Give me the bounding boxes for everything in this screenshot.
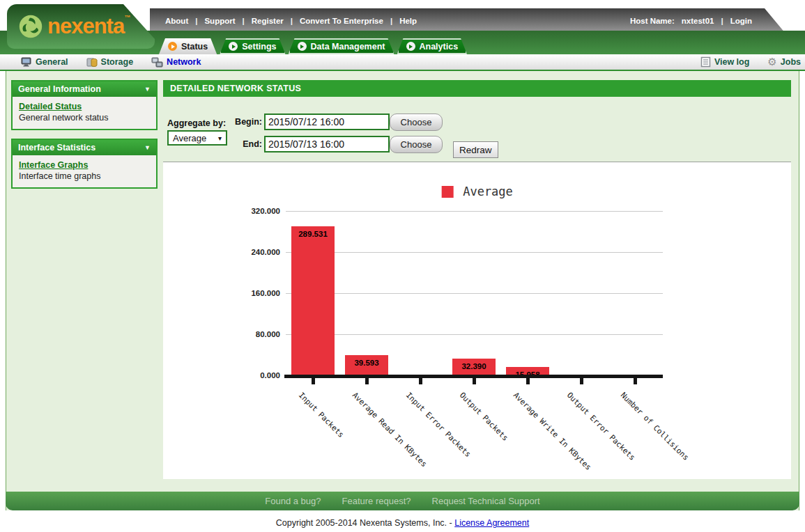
bar-value-label: 289.531 <box>291 230 335 238</box>
toolbar-jobs-label: Jobs <box>781 57 801 67</box>
nav-separator: | <box>390 17 392 25</box>
network-status-chart: Average 320.000240.000160.00080.0000.000… <box>163 162 791 479</box>
x-axis-tick <box>365 378 369 384</box>
main-tabs: Status Settings Data Management Analytic… <box>159 38 467 54</box>
nav-convert-to-enterprise[interactable]: Convert To Enterprise <box>300 17 383 25</box>
y-axis-tick-label: 160.000 <box>237 289 280 297</box>
y-axis-tick-label: 80.000 <box>237 330 280 338</box>
chart-gridline <box>286 211 663 212</box>
tab-label: Analytics <box>420 42 459 52</box>
host-separator: | <box>721 17 723 25</box>
aggregate-select[interactable]: Average ▾ <box>167 130 227 146</box>
toolbar-jobs[interactable]: ⚙ Jobs <box>767 56 801 68</box>
nav-separator: | <box>243 17 245 25</box>
tab-label: Status <box>181 42 208 52</box>
toolbar-left-group: General Storage Network <box>21 57 219 68</box>
panel-body: Detailed Status General network status <box>13 97 156 129</box>
footer-found-a-bug-link[interactable]: Found a bug? <box>265 496 321 506</box>
x-axis-category-label: Input Packets <box>297 391 346 439</box>
tab-status[interactable]: Status <box>159 38 217 54</box>
x-axis-tick <box>419 378 422 384</box>
end-input[interactable] <box>264 136 390 152</box>
toolbar-view-log-label: View log <box>714 57 749 67</box>
tab-arrow-icon <box>229 42 238 51</box>
bar <box>291 226 335 375</box>
monitor-icon <box>21 57 32 67</box>
toolbar-storage-label: Storage <box>101 57 134 67</box>
bar-value-label: 32.390 <box>452 362 496 370</box>
tab-settings[interactable]: Settings <box>220 38 285 54</box>
chevron-down-icon: ▼ <box>144 144 151 151</box>
x-axis-category-label: Output Packets <box>458 391 510 443</box>
license-agreement-link[interactable]: License Agreement <box>454 518 529 528</box>
x-axis-tick <box>473 378 476 384</box>
nav-about[interactable]: About <box>165 17 188 25</box>
toolbar-right-group: View log ⚙ Jobs <box>700 56 801 68</box>
toolbar-network-label: Network <box>167 57 201 67</box>
login-link[interactable]: Login <box>730 17 752 25</box>
tab-arrow-icon <box>406 42 415 51</box>
storage-icon <box>86 57 98 68</box>
toolbar-network[interactable]: Network <box>151 57 201 68</box>
nexenta-logo: nexenta™ <box>7 4 155 49</box>
nav-register[interactable]: Register <box>252 17 284 25</box>
tab-label: Settings <box>242 42 276 52</box>
copyright-line: Copyright 2005-2014 Nexenta Systems, Inc… <box>0 518 805 528</box>
toolbar-view-log[interactable]: View log <box>700 56 749 68</box>
panel-title: Interface Statistics <box>18 143 95 152</box>
sidebar-desc: Interface time graphs <box>19 171 100 181</box>
x-axis-tick <box>580 378 583 384</box>
host-name-value: nxtest01 <box>682 17 714 25</box>
top-nav-links: About| Support| Register| Convert To Ent… <box>150 17 417 25</box>
secondary-toolbar: General Storage Network <box>0 54 805 71</box>
end-label: End: <box>223 139 262 149</box>
page-title: DETAILED NETWORK STATUS <box>163 80 791 97</box>
begin-choose-button[interactable]: Choose <box>390 114 443 131</box>
sidebar-link-detailed-status[interactable]: Detailed Status <box>19 102 82 111</box>
chart-gridline <box>286 334 663 335</box>
page: About| Support| Register| Convert To Ent… <box>0 0 805 532</box>
sidebar-desc: General network status <box>19 113 109 123</box>
tab-label: Data Management <box>311 42 385 52</box>
network-icon <box>151 57 163 68</box>
tab-data-management[interactable]: Data Management <box>289 38 394 54</box>
end-choose-button[interactable]: Choose <box>390 136 443 153</box>
chart-plot: 320.000240.000160.00080.0000.000Input Pa… <box>163 162 791 479</box>
view-log-icon <box>700 56 711 68</box>
select-caret-icon: ▾ <box>218 134 222 142</box>
nexenta-swirl-icon <box>18 14 43 39</box>
sidebar-link-interface-graphs[interactable]: Interface Graphs <box>19 160 88 170</box>
chevron-down-icon: ▼ <box>144 86 151 93</box>
chart-gridline <box>286 293 663 294</box>
begin-input[interactable] <box>264 114 390 130</box>
footer-bar: Found a bug? Feature request? Request Te… <box>6 492 799 510</box>
tab-arrow-icon <box>298 42 307 51</box>
copyright-text: Copyright 2005-2014 Nexenta Systems, Inc… <box>276 518 452 528</box>
logo-wordmark: nexenta™ <box>47 14 130 39</box>
y-axis-tick-label: 0.000 <box>237 371 280 380</box>
nav-separator: | <box>195 17 197 25</box>
footer-feature-request-link[interactable]: Feature request? <box>342 496 411 506</box>
panel-header-interface-statistics[interactable]: Interface Statistics ▼ <box>13 140 156 155</box>
redraw-button[interactable]: Redraw <box>453 141 498 158</box>
aggregate-select-value: Average <box>173 133 206 143</box>
tab-analytics[interactable]: Analytics <box>397 38 468 54</box>
top-nav-bar: About| Support| Register| Convert To Ent… <box>150 8 785 33</box>
jobs-gear-icon: ⚙ <box>767 56 776 68</box>
nav-support[interactable]: Support <box>204 17 235 25</box>
footer-request-support-link[interactable]: Request Technical Support <box>432 496 540 506</box>
x-axis-tick <box>312 378 315 384</box>
toolbar-general-label: General <box>36 57 68 67</box>
tab-arrow-icon <box>168 42 177 51</box>
x-axis-tick <box>634 378 637 384</box>
nav-help[interactable]: Help <box>399 17 417 25</box>
sidebar-panel-general-information: General Information ▼ Detailed Status Ge… <box>11 80 158 130</box>
bar-value-label: 39.593 <box>345 359 388 367</box>
panel-header-general-information[interactable]: General Information ▼ <box>13 81 156 97</box>
toolbar-general[interactable]: General <box>21 57 68 68</box>
toolbar-storage[interactable]: Storage <box>86 57 134 68</box>
x-axis-tick <box>526 378 530 384</box>
begin-label: Begin: <box>223 117 262 127</box>
y-axis-tick-label: 240.000 <box>237 248 280 256</box>
host-name-label: Host Name: <box>630 17 675 25</box>
